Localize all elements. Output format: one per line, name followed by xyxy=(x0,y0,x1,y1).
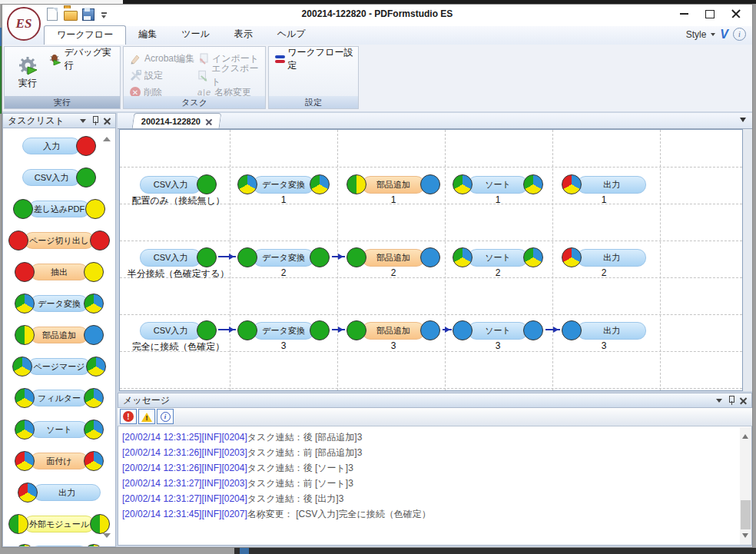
connector-circle[interactable] xyxy=(420,247,440,267)
task-node[interactable]: 部品追加 1 xyxy=(346,174,440,194)
connection-arrow xyxy=(443,329,452,330)
connector-circle[interactable] xyxy=(453,247,472,267)
connector-circle[interactable] xyxy=(197,247,217,267)
connector-circle[interactable] xyxy=(523,174,543,194)
list-item[interactable]: データ変換 xyxy=(3,293,115,314)
close-button[interactable] xyxy=(723,5,749,23)
task-node[interactable]: ソート 1 xyxy=(453,174,543,194)
save-icon[interactable] xyxy=(82,8,95,21)
connector-circle[interactable] xyxy=(346,174,366,194)
list-item[interactable]: 差し込みPDF xyxy=(3,198,115,220)
connector-circle[interactable] xyxy=(310,247,330,267)
document-tab[interactable]: 200214-122820 xyxy=(132,113,222,128)
list-item[interactable]: 入力 xyxy=(3,135,115,157)
task-node[interactable]: CSV入力 配置のみ（接続無し） xyxy=(140,174,217,194)
connector-circle[interactable] xyxy=(453,320,472,340)
info-filter-button[interactable]: i xyxy=(157,409,174,424)
pin-icon[interactable] xyxy=(91,116,98,125)
close-icon[interactable] xyxy=(740,397,747,404)
task-node[interactable]: ソート 3 xyxy=(453,320,543,340)
close-icon[interactable] xyxy=(104,118,111,124)
task-node[interactable]: ソート 2 xyxy=(453,247,543,267)
list-item[interactable]: 抽出 xyxy=(3,261,115,283)
list-item[interactable]: CSV入力 xyxy=(3,167,115,188)
debug-run-button[interactable]: デバッグ実行 xyxy=(49,51,120,67)
connector-circle[interactable] xyxy=(310,174,330,194)
tab-close-icon[interactable] xyxy=(206,118,212,124)
connector-circle[interactable] xyxy=(562,320,582,340)
task-node[interactable]: CSV入力 完全に接続（色確定） xyxy=(140,320,217,340)
task-node[interactable]: 出力 1 xyxy=(562,174,646,194)
task-node[interactable]: データ変換 1 xyxy=(237,174,330,194)
task-node[interactable]: データ変換 2 xyxy=(237,247,330,267)
connector-circle[interactable] xyxy=(523,320,543,340)
connector-circle[interactable] xyxy=(346,247,366,267)
list-item[interactable]: 面付け xyxy=(3,450,115,472)
connector-circle[interactable] xyxy=(197,320,217,340)
app-logo[interactable]: ES xyxy=(7,7,41,41)
task-node[interactable]: 部品追加 2 xyxy=(346,247,440,267)
warning-filter-button[interactable] xyxy=(138,409,155,424)
list-item[interactable]: ソート xyxy=(3,419,115,440)
style-dropdown[interactable]: Style xyxy=(686,29,707,40)
acrobat-edit-button[interactable]: Acrobat編集 xyxy=(130,51,194,66)
connector-circle[interactable] xyxy=(310,320,330,340)
settings-button[interactable]: 設定 xyxy=(130,68,194,83)
connection-arrow xyxy=(218,329,236,330)
list-item[interactable] xyxy=(3,543,115,547)
maximize-button[interactable] xyxy=(697,5,723,23)
panel-menu-icon[interactable] xyxy=(80,119,86,126)
panel-menu-icon[interactable] xyxy=(716,399,722,406)
message-log[interactable]: [20/02/14 12:31:25][INF][0204]タスク連結：後 [部… xyxy=(118,426,752,546)
connector-circle[interactable] xyxy=(562,174,582,194)
task-node[interactable]: データ変換 3 xyxy=(237,320,330,340)
connector-circle[interactable] xyxy=(420,174,440,194)
connector-circle[interactable] xyxy=(562,247,582,267)
connector-circle[interactable] xyxy=(237,247,257,267)
minimize-button[interactable] xyxy=(671,5,697,23)
list-item[interactable]: 外部モジュール xyxy=(3,513,115,535)
connector-circle[interactable] xyxy=(237,174,257,194)
connector-circle xyxy=(15,544,35,547)
list-item[interactable]: フィルター xyxy=(3,387,115,409)
tab-tools[interactable]: ツール xyxy=(169,25,222,45)
tab-workflow[interactable]: ワークフロー xyxy=(44,25,126,45)
workflow-settings-button[interactable]: ワークフロー設定 xyxy=(275,51,358,67)
tab-help[interactable]: ヘルプ xyxy=(265,25,318,45)
list-item[interactable]: 部品追加 xyxy=(3,324,115,346)
connector-circle[interactable] xyxy=(420,320,440,340)
customize-arrow-icon[interactable] xyxy=(101,10,108,21)
error-filter-button[interactable]: ! xyxy=(120,409,137,424)
connector-circle[interactable] xyxy=(197,174,217,194)
export-button[interactable]: エクスポート xyxy=(197,68,265,83)
connector-circle xyxy=(84,262,104,282)
pin-icon[interactable] xyxy=(728,396,734,405)
task-node[interactable]: 出力 3 xyxy=(562,320,646,340)
task-node[interactable]: CSV入力 半分接続（色確定する） xyxy=(140,247,217,267)
run-button[interactable]: 実行 xyxy=(9,50,46,95)
task-node[interactable]: 出力 2 xyxy=(562,247,646,267)
info-icon[interactable]: i xyxy=(733,28,746,41)
tab-view[interactable]: 表示 xyxy=(222,25,265,45)
new-document-icon[interactable] xyxy=(45,8,58,21)
message-scrollbar[interactable] xyxy=(740,427,751,545)
list-item[interactable]: 出力 xyxy=(3,482,115,503)
open-folder-icon[interactable] xyxy=(64,8,77,21)
connector-circle[interactable] xyxy=(523,247,543,267)
task-node[interactable]: 部品追加 3 xyxy=(346,320,440,340)
workflow-canvas[interactable]: CSV入力 配置のみ（接続無し） データ変換 1 部品追加 1 xyxy=(119,129,743,391)
connector-circle[interactable] xyxy=(453,174,472,194)
scroll-up-icon[interactable] xyxy=(742,431,748,439)
scrollbar-thumb[interactable] xyxy=(741,500,751,529)
chevron-down-icon[interactable] xyxy=(711,33,715,38)
scroll-down-icon[interactable] xyxy=(103,533,111,542)
list-item[interactable]: ページ切り出し xyxy=(3,230,115,251)
scroll-down-icon[interactable] xyxy=(742,533,748,541)
list-item[interactable]: ページマージ xyxy=(3,356,115,377)
tab-edit[interactable]: 編集 xyxy=(126,25,169,45)
connector-circle xyxy=(13,199,33,219)
connector-circle[interactable] xyxy=(346,320,366,340)
connector-circle[interactable] xyxy=(237,320,257,340)
tab-list-dropdown-icon[interactable] xyxy=(740,118,746,125)
maximize-icon xyxy=(705,10,715,18)
